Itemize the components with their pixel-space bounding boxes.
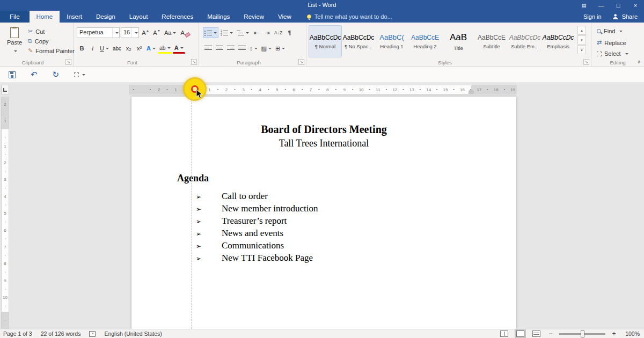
bullets-button[interactable] <box>203 27 218 38</box>
list-item[interactable]: ➢ Communications <box>131 240 516 253</box>
document-subtitle-line[interactable]: Tall Trees International <box>131 138 516 149</box>
list-item-text[interactable]: News and events <box>222 228 283 239</box>
paste-button[interactable]: Paste <box>3 26 26 60</box>
list-item[interactable]: ➢ New TTI Facebook Page <box>131 253 516 265</box>
multilevel-list-button[interactable] <box>235 27 251 38</box>
text-effects-button[interactable]: A <box>145 43 157 54</box>
format-painter-button[interactable]: ✎ Format Painter <box>28 47 75 54</box>
underline-button[interactable]: U <box>98 43 111 54</box>
list-item[interactable]: ➢ Treasurer’s report <box>131 216 516 228</box>
font-color-button[interactable]: A <box>173 43 185 54</box>
decrease-indent-button[interactable]: ⇤ <box>251 27 261 38</box>
bold-button[interactable]: B <box>77 43 87 54</box>
cut-button[interactable]: ✂ Cut <box>28 28 75 35</box>
ribbon-tab[interactable]: Review <box>237 11 271 23</box>
selection-mode-button[interactable] <box>74 72 85 77</box>
subscript-button[interactable]: x₂ <box>123 43 134 54</box>
show-paragraph-marks-button[interactable]: ¶ <box>284 27 295 38</box>
list-item-text[interactable]: Communications <box>222 240 284 251</box>
ribbon-tab[interactable]: Design <box>89 11 122 23</box>
zoom-in-button[interactable]: + <box>610 330 618 337</box>
styles-scroll-up-button[interactable]: ▴ <box>577 26 586 35</box>
language-indicator[interactable]: English (United States) <box>104 330 162 337</box>
style-card[interactable]: AaBbCcDc ¶ Normal <box>309 25 342 57</box>
proofing-status-icon[interactable] <box>89 331 96 337</box>
shrink-font-button[interactable]: A <box>151 27 162 38</box>
list-item[interactable]: ➢ News and events <box>131 228 516 240</box>
change-case-button[interactable]: Aa <box>163 27 178 38</box>
styles-dialog-launcher[interactable]: ↘ <box>583 59 589 65</box>
styles-more-button[interactable]: ▾ <box>577 45 586 54</box>
document-heading-agenda[interactable]: Agenda <box>177 173 209 184</box>
redo-button[interactable]: ↻ <box>53 71 60 78</box>
find-button[interactable]: Find <box>597 28 623 34</box>
select-button[interactable]: Select <box>597 50 628 57</box>
zoom-out-button[interactable]: − <box>547 330 554 337</box>
ribbon-tab[interactable]: Mailings <box>200 11 237 23</box>
copy-button[interactable]: ⧉ Copy <box>28 38 75 45</box>
ribbon-display-options-button[interactable]: ▤ <box>575 0 592 11</box>
ribbon-tab[interactable]: References <box>155 11 200 23</box>
ribbon-tab[interactable]: View <box>271 11 298 23</box>
style-card[interactable]: AaBbC( Heading 1 <box>375 25 408 57</box>
zoom-slider[interactable] <box>559 333 605 335</box>
save-button[interactable] <box>9 71 16 78</box>
font-name-dropdown-icon[interactable] <box>112 28 119 38</box>
zoom-slider-thumb[interactable] <box>581 330 584 337</box>
align-left-button[interactable] <box>203 43 214 54</box>
vertical-ruler[interactable]: 21 12345678910 <box>1 97 9 329</box>
line-spacing-button[interactable]: ↕ <box>248 43 259 54</box>
style-card[interactable]: AaB Title <box>442 25 475 57</box>
ribbon-tab[interactable]: Home <box>30 11 60 23</box>
list-item[interactable]: ➢ New member introduction <box>131 203 516 216</box>
grow-font-button[interactable]: A <box>140 27 150 38</box>
web-layout-button[interactable] <box>531 329 542 338</box>
collapse-ribbon-button[interactable]: ∧ <box>637 59 641 64</box>
style-card[interactable]: AaBbCcDc ¶ No Spac... <box>342 25 375 57</box>
font-name-combo[interactable]: Perpetua <box>77 27 120 38</box>
ribbon-tab[interactable]: Layout <box>122 11 155 23</box>
document-title-line[interactable]: Board of Directors Meeting <box>131 123 516 136</box>
style-card[interactable]: AaBbCcDc Subtle Em... <box>508 25 541 57</box>
justify-button[interactable] <box>237 43 247 54</box>
clear-formatting-button[interactable]: A <box>179 27 191 38</box>
restore-button[interactable]: □ <box>610 0 627 11</box>
print-layout-button[interactable] <box>515 329 526 338</box>
sort-button[interactable]: A↓Z <box>273 27 284 38</box>
style-card[interactable]: AaBbCcE Subtitle <box>475 25 508 57</box>
font-size-dropdown-icon[interactable] <box>131 28 138 38</box>
list-item-text[interactable]: New TTI Facebook Page <box>222 253 313 263</box>
strikethrough-button[interactable]: abc <box>111 43 123 54</box>
minimize-button[interactable]: — <box>592 0 610 11</box>
tell-me-box[interactable]: Tell me what you want to do... <box>307 11 392 23</box>
replace-button[interactable]: ⇄ Replace <box>597 39 626 46</box>
align-center-button[interactable] <box>214 43 225 54</box>
tab-file[interactable]: File <box>0 11 30 23</box>
read-mode-button[interactable] <box>499 329 510 338</box>
align-right-button[interactable] <box>225 43 236 54</box>
superscript-button[interactable]: x² <box>134 43 144 54</box>
share-button[interactable]: Share <box>612 13 638 20</box>
styles-scroll-down-button[interactable]: ▾ <box>577 35 586 45</box>
list-item-text[interactable]: New member introduction <box>222 203 318 214</box>
numbering-button[interactable] <box>219 27 235 38</box>
tab-stop-selector[interactable] <box>1 85 9 94</box>
ribbon-tab[interactable]: Insert <box>60 11 89 23</box>
increase-indent-button[interactable]: ⇥ <box>262 27 272 38</box>
style-card[interactable]: AaBbCcDc Emphasis <box>541 25 575 57</box>
list-item[interactable]: ➢ Call to order <box>131 191 516 203</box>
borders-button[interactable]: ⊞ <box>274 43 287 54</box>
clipboard-dialog-launcher[interactable]: ↘ <box>65 59 71 65</box>
page-indicator[interactable]: Page 1 of 3 <box>3 330 32 337</box>
close-button[interactable]: × <box>627 0 644 11</box>
list-item-text[interactable]: Treasurer’s report <box>222 216 287 226</box>
text-highlight-color-button[interactable]: ab <box>158 43 172 54</box>
shading-button[interactable]: ▨ <box>260 43 273 54</box>
font-dialog-launcher[interactable]: ↘ <box>191 59 197 65</box>
sign-in-link[interactable]: Sign in <box>583 13 602 20</box>
word-count[interactable]: 22 of 126 words <box>41 330 81 337</box>
undo-button[interactable]: ↶ <box>31 71 38 78</box>
italic-button[interactable]: I <box>87 43 98 54</box>
list-item-text[interactable]: Call to order <box>222 191 268 202</box>
document-page[interactable]: Board of Directors Meeting Tall Trees In… <box>131 97 516 329</box>
